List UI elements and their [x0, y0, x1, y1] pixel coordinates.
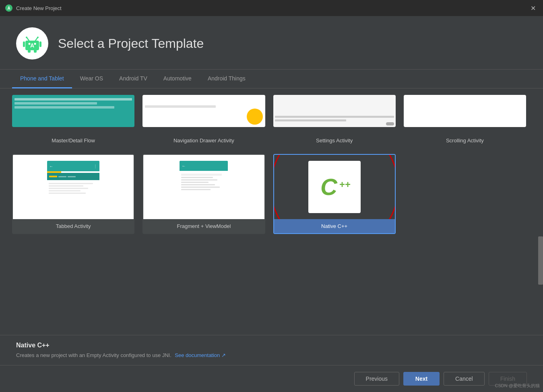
window-title: Create New Project [16, 5, 62, 11]
description-text: Creates a new project with an Empty Acti… [16, 352, 171, 358]
android-studio-icon: A [5, 4, 13, 12]
svg-point-8 [37, 37, 39, 38]
preview-tabbed-activity: ← ⋮ [13, 155, 134, 219]
empty-slot [404, 154, 526, 234]
tab-phone-tablet[interactable]: Phone and Tablet [12, 70, 72, 88]
android-icon: A [22, 33, 42, 53]
svg-rect-10 [39, 41, 41, 47]
header-section: A Select a Project Template [0, 16, 543, 70]
template-grid-row3: ← ⋮ [12, 154, 526, 240]
card-fragment-viewmodel[interactable]: ← [142, 154, 265, 234]
tab-android-tv[interactable]: Android TV [111, 70, 155, 88]
label-scrolling-activity: Scrolling Activity [404, 135, 526, 146]
description-title: Native C++ [16, 342, 527, 349]
partial-card-2[interactable] [142, 95, 265, 127]
see-documentation-link[interactable]: See documentation ↗ [175, 352, 226, 358]
svg-text:++: ++ [339, 179, 351, 190]
tabs-bar: Phone and Tablet Wear OS Android TV Auto… [0, 70, 543, 88]
svg-text:C: C [320, 174, 338, 200]
create-project-window: A Create New Project ✕ [0, 0, 543, 392]
label-master-detail: Master/Detail Flow [12, 135, 134, 146]
fragment-mock: ← [180, 161, 228, 213]
close-button[interactable]: ✕ [528, 4, 538, 13]
finish-button[interactable]: Finish [489, 372, 527, 386]
previous-button[interactable]: Previous [354, 372, 399, 386]
svg-text:A: A [30, 42, 34, 49]
description-bar: Native C++ Creates a new project with an… [0, 335, 543, 365]
partial-card-3[interactable] [273, 95, 396, 127]
label-settings-activity: Settings Activity [273, 135, 396, 146]
card-native-cpp[interactable]: C ++ Native C++ [273, 154, 396, 234]
label-native-cpp: Native C++ [274, 219, 395, 233]
scrollbar-thumb[interactable] [538, 236, 543, 285]
partial-card-4[interactable] [404, 95, 526, 127]
scrollbar-track[interactable] [538, 88, 543, 335]
footer-bar: Previous Next Cancel Finish [0, 365, 543, 392]
partial-preview-3 [273, 95, 396, 127]
content-area: Master/Detail Flow Navigation Drawer Act… [0, 88, 543, 335]
label-tabbed: Tabbed Activity [13, 219, 134, 233]
svg-line-5 [27, 38, 29, 41]
label-nav-drawer: Navigation Drawer Activity [142, 135, 265, 146]
tab-automotive[interactable]: Automotive [155, 70, 200, 88]
title-bar: A Create New Project ✕ [0, 0, 543, 16]
svg-text:A: A [7, 6, 10, 10]
native-cpp-mock: C ++ [308, 161, 361, 213]
partial-preview-4 [404, 95, 526, 127]
preview-native-cpp: C ++ [274, 155, 395, 219]
label-fragment: Fragment + ViewModel [143, 219, 264, 233]
svg-rect-12 [34, 49, 37, 53]
header-logo: A [16, 27, 48, 60]
svg-rect-9 [23, 41, 25, 47]
tab-android-things[interactable]: Android Things [200, 70, 254, 88]
next-button[interactable]: Next [403, 372, 440, 386]
svg-line-6 [35, 38, 37, 41]
svg-point-4 [34, 43, 36, 45]
title-bar-left: A Create New Project [5, 4, 62, 12]
cpp-logo-svg: C ++ [314, 171, 355, 203]
cancel-button[interactable]: Cancel [444, 372, 485, 386]
card-tabbed-activity[interactable]: ← ⋮ [12, 154, 134, 234]
partial-preview-2 [142, 95, 265, 127]
svg-rect-11 [28, 49, 31, 53]
tabbed-mock: ← ⋮ [47, 161, 99, 213]
page-title: Select a Project Template [58, 36, 204, 51]
partial-preview-1 [12, 95, 134, 127]
preview-fragment-viewmodel: ← [143, 155, 264, 219]
partial-top-row [12, 95, 526, 127]
svg-point-7 [26, 37, 27, 38]
partial-card-1[interactable] [12, 95, 134, 127]
template-grid-container[interactable]: Master/Detail Flow Navigation Drawer Act… [0, 88, 538, 335]
tab-wear-os[interactable]: Wear OS [72, 70, 111, 88]
